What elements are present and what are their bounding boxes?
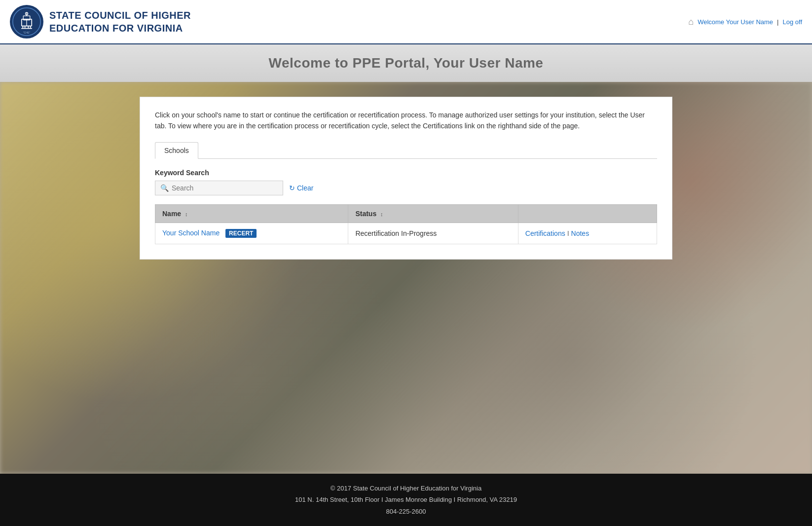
refresh-icon: ↻	[289, 184, 295, 192]
footer-line1: © 2017 State Council of Higher Education…	[10, 483, 802, 494]
svg-rect-10	[21, 28, 32, 29]
tab-schools[interactable]: Schools	[155, 142, 198, 159]
home-icon[interactable]: ⌂	[688, 17, 694, 27]
clear-button[interactable]: ↻ Clear	[289, 184, 313, 192]
footer: © 2017 State Council of Higher Education…	[0, 474, 812, 526]
schools-table: Name ↕ Status ↕ Your School Name RECERT	[155, 204, 657, 244]
cell-school-name: Your School Name RECERT	[155, 223, 348, 244]
col-name-label: Name	[162, 210, 181, 218]
logo-area: "CHE" State Council of Higher Education …	[10, 5, 191, 38]
certifications-link[interactable]: Certifications	[525, 229, 565, 237]
school-name-link[interactable]: Your School Name	[162, 229, 220, 237]
col-status-label: Status	[355, 210, 376, 218]
recert-badge: RECERT	[225, 229, 257, 238]
top-header: "CHE" State Council of Higher Education …	[0, 0, 812, 44]
col-name[interactable]: Name ↕	[155, 204, 348, 223]
footer-line3: 804-225-2600	[10, 506, 802, 517]
nav-separator: |	[777, 18, 778, 26]
svg-rect-9	[30, 26, 31, 28]
top-nav: ⌂ Welcome Your User Name | Log off	[688, 17, 802, 27]
search-row: 🔍 ↻ Clear	[155, 181, 657, 195]
tabs-bar: Schools	[155, 142, 657, 159]
search-icon: 🔍	[160, 184, 169, 192]
svg-rect-7	[25, 26, 26, 28]
status-text: Recertification In-Progress	[355, 229, 437, 237]
nav-username-link[interactable]: Welcome Your User Name	[698, 18, 773, 26]
action-separator: I	[567, 229, 569, 237]
intro-text: Click on your school's name to start or …	[155, 110, 657, 132]
org-name: State Council of Higher Education for Vi…	[49, 9, 191, 35]
svg-rect-8	[28, 26, 29, 28]
table-header: Name ↕ Status ↕	[155, 204, 657, 223]
welcome-text: Welcome to PPE Portal, Your User Name	[269, 55, 544, 71]
col-status[interactable]: Status ↕	[348, 204, 518, 223]
sort-icon-status: ↕	[380, 211, 383, 217]
footer-line2: 101 N. 14th Street, 10th Floor I James M…	[10, 494, 802, 505]
svg-text:"CHE": "CHE"	[23, 31, 31, 34]
col-actions	[518, 204, 657, 223]
search-input[interactable]	[172, 184, 278, 192]
cell-status: Recertification In-Progress	[348, 223, 518, 244]
clear-label: Clear	[297, 184, 313, 192]
table-body: Your School Name RECERT Recertification …	[155, 223, 657, 244]
notes-link[interactable]: Notes	[571, 229, 590, 237]
nav-logoff-link[interactable]: Log off	[782, 18, 802, 26]
cell-actions: Certifications I Notes	[518, 223, 657, 244]
main-area: Click on your school's name to start or …	[0, 82, 812, 474]
action-links: Certifications I Notes	[525, 229, 650, 237]
keyword-search-label: Keyword Search	[155, 169, 657, 177]
logo-icon: "CHE"	[10, 5, 43, 38]
table-row: Your School Name RECERT Recertification …	[155, 223, 657, 244]
content-panel: Click on your school's name to start or …	[140, 97, 672, 260]
search-input-wrap[interactable]: 🔍	[155, 181, 283, 195]
svg-rect-6	[22, 26, 23, 28]
welcome-banner: Welcome to PPE Portal, Your User Name	[0, 44, 812, 82]
sort-icon-name: ↕	[185, 211, 188, 217]
